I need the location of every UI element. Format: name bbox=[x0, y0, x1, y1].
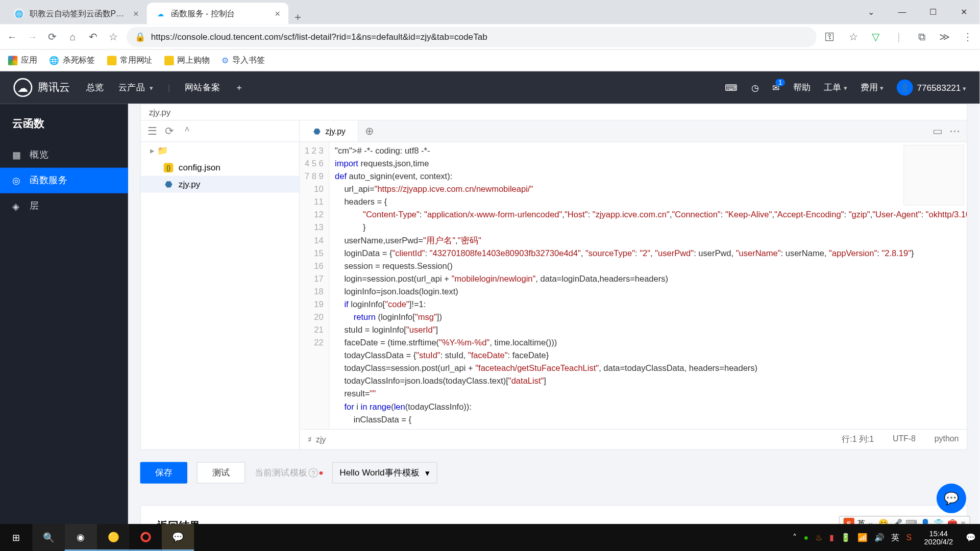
key-icon[interactable]: ⚿ bbox=[823, 31, 837, 42]
shield-icon[interactable]: ▽ bbox=[869, 31, 883, 43]
tray-app-icon[interactable]: ♨ bbox=[815, 533, 823, 542]
file-tree: ▸ 📁 {}config.json ⬣zjy.py bbox=[141, 142, 299, 193]
tray-app-icon[interactable]: ● bbox=[803, 533, 808, 542]
cli-icon[interactable]: ⌨ bbox=[725, 83, 738, 93]
taskbar-app-3[interactable]: ⭕ bbox=[129, 524, 161, 551]
chevron-down-icon: ▾ bbox=[425, 468, 430, 478]
new-tab-button[interactable]: ＋ bbox=[288, 10, 307, 24]
hexagon-icon: ◎ bbox=[12, 175, 23, 186]
nav-beian[interactable]: 网站备案 bbox=[185, 82, 220, 94]
minimize-icon[interactable]: ― bbox=[887, 8, 918, 17]
nav-products[interactable]: 云产品 bbox=[118, 82, 153, 94]
favicon: 🌐 bbox=[13, 8, 24, 19]
user-menu[interactable]: 👤776583221 bbox=[897, 80, 966, 96]
sidebar-item-overview[interactable]: ▦概览 bbox=[0, 142, 128, 168]
tray-volume-icon[interactable]: 🔊 bbox=[874, 533, 885, 542]
code-area[interactable]: 1 2 3 4 5 6 7 8 9 10 11 12 13 14 15 16 1… bbox=[300, 142, 967, 429]
sidebar-label: 层 bbox=[30, 200, 39, 212]
json-icon: {} bbox=[164, 163, 173, 172]
bookmark-label: 常用网址 bbox=[120, 55, 152, 66]
notifications-icon[interactable]: 💬 bbox=[966, 533, 976, 542]
tree-file-json[interactable]: {}config.json bbox=[141, 159, 299, 176]
taskbar-wechat[interactable]: 💬 bbox=[162, 524, 194, 551]
back-icon[interactable]: ← bbox=[6, 31, 19, 42]
tab-title: 职教云自动签到云函数Python3.6 bbox=[30, 8, 128, 19]
bookmark-star-icon[interactable]: ☆ bbox=[846, 31, 860, 43]
tree-folder[interactable]: ▸ 📁 bbox=[141, 142, 299, 159]
ticket-dropdown[interactable]: 工单 bbox=[824, 82, 847, 94]
chat-fab[interactable]: 💬 bbox=[937, 484, 966, 513]
extension-icon[interactable]: ⧉ bbox=[915, 31, 928, 43]
chevrons-icon[interactable]: ≫ bbox=[938, 31, 951, 43]
maximize-editor-icon[interactable]: ▭ bbox=[933, 124, 943, 137]
cost-dropdown[interactable]: 费用 bbox=[861, 82, 884, 94]
bookmark-apps[interactable]: 应用 bbox=[8, 55, 37, 66]
sidebar-item-function-service[interactable]: ◎函数服务 bbox=[0, 168, 128, 193]
address-bar[interactable]: 🔒 https://console.cloud.tencent.com/scf/… bbox=[127, 27, 817, 47]
tray-wifi-icon[interactable]: 📶 bbox=[857, 533, 868, 542]
folder-icon: ▸ 📁 bbox=[150, 145, 168, 156]
tray-lang-icon[interactable]: 英 bbox=[891, 532, 899, 543]
add-editor-tab-icon[interactable]: ⊕ bbox=[358, 120, 380, 141]
browser-tab-1[interactable]: 🌐 职教云自动签到云函数Python3.6 × bbox=[6, 3, 147, 24]
window-controls: ⌄ ― ☐ ✕ bbox=[855, 0, 979, 24]
tray-battery-icon[interactable]: 🔋 bbox=[841, 533, 851, 542]
start-button[interactable]: ⊞ bbox=[0, 524, 32, 551]
search-button[interactable]: 🔍 bbox=[32, 524, 64, 551]
sidebar: 云函数 ▦概览 ◎函数服务 ◈层 ⇤ bbox=[0, 104, 128, 550]
bookmark-item[interactable]: 网上购物 bbox=[164, 55, 209, 66]
save-button[interactable]: 保存 bbox=[140, 462, 187, 484]
help-link[interactable]: 帮助 bbox=[793, 82, 811, 94]
tray-chevron-icon[interactable]: ˄ bbox=[793, 533, 797, 542]
mail-icon[interactable]: ✉1 bbox=[772, 83, 780, 93]
file-name: config.json bbox=[179, 162, 220, 172]
close-tab-icon[interactable]: × bbox=[133, 8, 139, 19]
status-branch: zjy bbox=[316, 435, 326, 444]
chevron-down-icon[interactable]: ⌄ bbox=[855, 8, 887, 17]
nav-add-icon[interactable]: ＋ bbox=[235, 82, 243, 94]
maximize-icon[interactable]: ☐ bbox=[918, 8, 949, 17]
top-nav: 总览 云产品 | 网站备案 ＋ bbox=[86, 82, 243, 94]
browser-tab-2[interactable]: ☁ 函数服务 - 控制台 × bbox=[147, 3, 288, 24]
bookmark-import[interactable]: ⚙导入书签 bbox=[222, 55, 264, 66]
bookmark-item[interactable]: 常用网址 bbox=[107, 55, 152, 66]
editor-tab[interactable]: ⬣zjy.py bbox=[300, 120, 358, 141]
file-name: zjy.py bbox=[179, 179, 201, 189]
forward-icon[interactable]: → bbox=[26, 31, 39, 42]
help-icon[interactable]: ? bbox=[309, 468, 318, 477]
gear-icon: ⚙ bbox=[222, 56, 229, 65]
editor-menu-icon[interactable]: ⋯ bbox=[949, 124, 960, 137]
folder-icon bbox=[107, 56, 116, 65]
nav-overview[interactable]: 总览 bbox=[86, 82, 104, 94]
tree-file-py[interactable]: ⬣zjy.py bbox=[141, 176, 299, 193]
taskbar-app-2[interactable]: 🟡 bbox=[97, 524, 129, 551]
close-window-icon[interactable]: ✕ bbox=[949, 8, 980, 17]
avatar: 👤 bbox=[897, 80, 913, 96]
menu-dots-icon[interactable]: ⋮ bbox=[961, 31, 974, 43]
close-tab-icon[interactable]: × bbox=[275, 8, 280, 19]
test-button[interactable]: 测试 bbox=[197, 462, 245, 484]
template-select[interactable]: Hello World事件模板▾ bbox=[332, 462, 437, 484]
collapse-up-icon[interactable]: ＾ bbox=[182, 124, 192, 138]
tray-sogou-icon[interactable]: S bbox=[906, 533, 912, 542]
favicon: ☁ bbox=[155, 8, 166, 19]
sidebar-item-layer[interactable]: ◈层 bbox=[0, 193, 128, 219]
clock-icon[interactable]: ◷ bbox=[751, 83, 759, 93]
tray-app-icon[interactable]: ▮ bbox=[829, 533, 834, 542]
list-icon[interactable]: ☰ bbox=[148, 124, 157, 137]
template-value: Hello World事件模板 bbox=[339, 467, 420, 479]
reload-icon[interactable]: ⟳ bbox=[46, 31, 59, 43]
taskbar-clock[interactable]: 15:44 2020/4/2 bbox=[918, 530, 959, 546]
home-icon[interactable]: ⌂ bbox=[66, 31, 79, 42]
refresh-icon[interactable]: ⟳ bbox=[165, 124, 174, 137]
code-text[interactable]: "cm"># -*- coding: utf8 -*- import reque… bbox=[329, 142, 967, 429]
branch-icon: ♯ bbox=[308, 435, 312, 444]
tencent-cloud-logo[interactable]: ☁腾讯云 bbox=[13, 78, 70, 97]
star-outline-icon[interactable]: ☆ bbox=[107, 31, 120, 43]
user-id: 776583221 bbox=[917, 83, 966, 93]
undo-nav-icon[interactable]: ↶ bbox=[86, 31, 100, 43]
bookmark-item[interactable]: 🌐杀死标签 bbox=[49, 55, 95, 66]
python-icon: ⬣ bbox=[312, 127, 321, 136]
taskbar-chrome[interactable]: ◉ bbox=[65, 524, 97, 551]
minimap[interactable] bbox=[903, 145, 964, 206]
